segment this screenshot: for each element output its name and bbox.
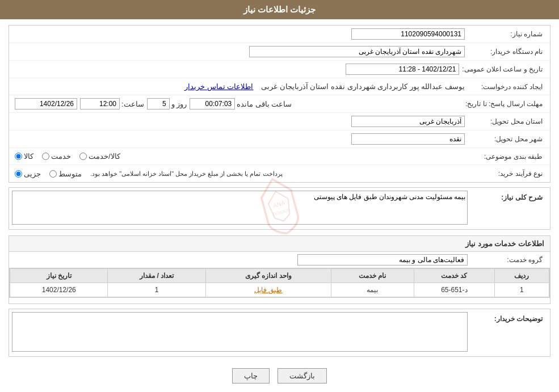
category-khadamat-item: خدمت <box>42 152 71 161</box>
date-item <box>15 98 77 109</box>
buyer-desc-row: توضیحات خریدار: <box>9 309 550 357</box>
page-header: جزئیات اطلاعات نیاز <box>0 0 559 19</box>
need-number-label: شماره نیاز: <box>468 30 547 38</box>
purchase-partial-item: جزیی <box>15 170 41 178</box>
days-input[interactable] <box>147 98 170 109</box>
category-kala-khadamat-item: کالا/خدمت <box>79 152 120 161</box>
general-desc-label: شرح کلی نیاز: <box>468 191 547 201</box>
province-row: استان محل تحویل: <box>9 113 550 130</box>
remaining-input[interactable] <box>190 98 235 109</box>
requester-label: ایجاد کننده درخواست: <box>468 83 547 91</box>
city-row: شهر محل تحویل: <box>9 130 550 148</box>
category-kala-label: کالا <box>24 152 33 161</box>
col-qty: تعداد / مقدار <box>108 269 205 283</box>
requester-value: یوسف عبدالله پور کاربرداری شهرداری نقده … <box>12 81 468 92</box>
time-input[interactable] <box>80 98 120 109</box>
requester-row: ایجاد کننده درخواست: یوسف عبدالله پور کا… <box>9 78 550 95</box>
buyer-org-row: نام دستگاه خریدار: <box>9 43 550 61</box>
col-row: ردیف <box>494 269 549 283</box>
general-desc-row: شرح کلی نیاز: <box>9 187 550 230</box>
print-button[interactable]: چاپ <box>232 368 270 383</box>
col-unit: واحد اندازه گیری <box>205 269 331 283</box>
category-options: کالا/خدمت خدمت کالا <box>12 151 468 162</box>
need-number-input[interactable] <box>351 28 465 40</box>
cell-qty: 1 <box>108 283 205 297</box>
buyer-desc-textarea[interactable] <box>12 312 468 352</box>
category-row: طبقه بندی موضوعی: کالا/خدمت خدمت کالا <box>9 148 550 165</box>
purchase-medium-item: متوسط <box>49 170 82 178</box>
announce-datetime-row: تاریخ و ساعت اعلان عمومی: <box>9 61 550 78</box>
table-row: 1د-651-65بیمهطبق فایل11402/12/26 <box>10 283 549 297</box>
requester-text: یوسف عبدالله پور کاربرداری شهرداری نقده … <box>261 82 465 91</box>
reply-deadline-row: مهلت ارسال پاسخ: تا تاریخ: ساعت باقی مان… <box>9 95 550 113</box>
purchase-medium-radio[interactable] <box>49 170 57 178</box>
buyer-desc-content <box>12 312 468 353</box>
remaining-item: ساعت باقی مانده <box>190 98 292 109</box>
page-wrapper: جزئیات اطلاعات نیاز ANA TENDER شماره نیا… <box>0 0 559 392</box>
purchase-partial-radio[interactable] <box>15 170 22 178</box>
province-value <box>12 115 468 128</box>
cell-date: 1402/12/26 <box>10 283 108 297</box>
purchase-type-options: پرداخت تمام یا بخشی از مبلغ خریداز محل "… <box>12 168 468 179</box>
services-table: ردیف کد خدمت نام خدمت واحد اندازه گیری ت… <box>10 268 549 297</box>
services-form: گروه خدمت: ردیف کد خدمت نام خدمت واحد ان… <box>9 251 550 304</box>
buyer-org-label: نام دستگاه خریدار: <box>468 48 547 56</box>
announce-datetime-label: تاریخ و ساعت اعلان عمومی: <box>462 65 547 73</box>
reply-datetime-row: ساعت باقی مانده روز و ساعت: <box>15 98 463 109</box>
city-input[interactable] <box>351 133 465 145</box>
group-service-label: گروه خدمت: <box>468 256 547 264</box>
col-name: نام خدمت <box>331 269 414 283</box>
contact-link[interactable]: اطلاعات تماس خریدار <box>184 82 253 91</box>
general-desc-content <box>12 191 468 226</box>
group-service-value <box>12 254 468 265</box>
cell-code: د-651-65 <box>414 283 494 297</box>
days-label: روز و <box>171 100 187 108</box>
category-kala-radio[interactable] <box>15 153 22 160</box>
table-header-row: ردیف کد خدمت نام خدمت واحد اندازه گیری ت… <box>10 269 549 283</box>
time-item: ساعت: <box>80 98 144 109</box>
city-value <box>12 132 468 146</box>
reply-deadline-label: مهلت ارسال پاسخ: تا تاریخ: <box>465 100 547 108</box>
purchase-note-text: پرداخت تمام یا بخشی از مبلغ خریداز محل "… <box>90 170 283 178</box>
category-kala-item: کالا <box>15 152 33 161</box>
announce-datetime-value <box>12 62 462 76</box>
category-kala-khadamat-label: کالا/خدمت <box>89 152 120 161</box>
category-khadamat-label: خدمت <box>51 152 71 161</box>
cell-row: 1 <box>494 283 549 297</box>
remaining-label: ساعت باقی مانده <box>237 100 292 108</box>
main-form: شماره نیاز: نام دستگاه خریدار: تاریخ و س… <box>9 25 550 183</box>
need-number-row: شماره نیاز: <box>9 26 550 43</box>
back-button[interactable]: بازگشت <box>278 368 327 383</box>
buyer-desc-label: توضیحات خریدار: <box>468 312 547 323</box>
cell-unit: طبق فایل <box>205 283 331 297</box>
purchase-medium-label: متوسط <box>58 170 82 178</box>
category-khadamat-radio[interactable] <box>42 153 49 160</box>
announce-datetime-input[interactable] <box>346 64 459 75</box>
page-title: جزئیات اطلاعات نیاز <box>243 5 316 14</box>
days-item: روز و <box>147 98 187 109</box>
content-area: ANA TENDER شماره نیاز: نام دستگاه خریدار… <box>0 19 559 392</box>
category-label: طبقه بندی موضوعی: <box>468 153 547 161</box>
category-radio-group: کالا/خدمت خدمت کالا <box>15 152 465 161</box>
reply-deadline-value: ساعت باقی مانده روز و ساعت: <box>12 97 465 111</box>
purchase-partial-label: جزیی <box>24 170 41 178</box>
need-number-value <box>12 27 468 41</box>
category-kala-khadamat-radio[interactable] <box>79 153 87 160</box>
cell-name: بیمه <box>331 283 414 297</box>
purchase-type-row: نوع فرآیند خرید: پرداخت تمام یا بخشی از … <box>9 165 550 182</box>
general-desc-textarea[interactable] <box>12 191 468 225</box>
date-input[interactable] <box>15 98 77 109</box>
col-date: تاریخ نیاز <box>10 269 108 283</box>
buyer-org-value <box>12 45 468 58</box>
province-label: استان محل تحویل: <box>468 117 547 125</box>
buyer-org-input[interactable] <box>249 46 465 57</box>
purchase-type-label: نوع فرآیند خرید: <box>468 170 547 178</box>
time-label: ساعت: <box>121 100 144 108</box>
group-service-input[interactable] <box>297 254 468 265</box>
city-label: شهر محل تحویل: <box>468 135 547 143</box>
purchase-type-group: پرداخت تمام یا بخشی از مبلغ خریداز محل "… <box>15 170 465 178</box>
province-input[interactable] <box>351 116 465 127</box>
col-code: کد خدمت <box>414 269 494 283</box>
services-section-title: اطلاعات خدمات مورد نیاز <box>9 235 550 251</box>
group-service-row: گروه خدمت: <box>9 252 550 268</box>
